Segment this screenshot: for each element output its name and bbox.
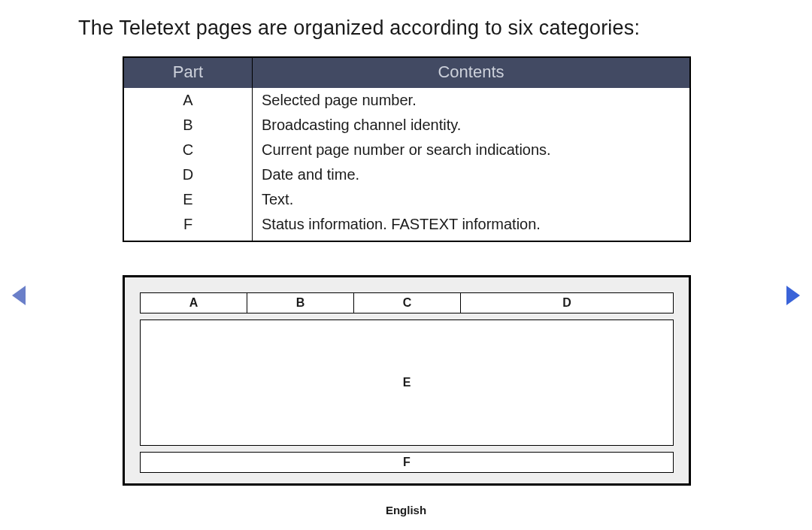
region-a: A [140, 292, 247, 313]
region-d: D [460, 292, 674, 313]
col-header-contents: Contents [253, 57, 691, 88]
cell-contents: Selected page number. [253, 88, 691, 113]
cell-contents: Text. [253, 187, 691, 212]
footer-language: English [0, 504, 812, 516]
cell-part: B [123, 113, 253, 138]
cell-contents: Status information. FASTEXT information. [253, 212, 691, 241]
region-f: F [140, 452, 674, 473]
cell-contents: Broadcasting channel identity. [253, 113, 691, 138]
table-row: C Current page number or search indicati… [123, 138, 690, 162]
table-row: A Selected page number. [123, 88, 690, 113]
diagram-top-row: A B C D [140, 292, 674, 313]
table-row: E Text. [123, 187, 690, 212]
diagram-bottom-row: F [140, 452, 674, 473]
table-row: B Broadcasting channel identity. [123, 113, 690, 138]
cell-part: F [123, 212, 253, 241]
region-b: B [247, 292, 353, 313]
cell-part: D [123, 162, 253, 187]
page-title: The Teletext pages are organized accordi… [78, 17, 640, 40]
table-header: Part Contents [123, 57, 690, 88]
region-c: C [353, 292, 460, 313]
cell-part: A [123, 88, 253, 113]
cell-contents: Current page number or search indication… [253, 138, 691, 162]
table-row: F Status information. FASTEXT informatio… [123, 212, 690, 241]
categories-table: Part Contents A Selected page number. B … [123, 56, 691, 242]
diagram-middle-row: E [140, 320, 674, 446]
prev-page-button[interactable] [12, 286, 26, 305]
cell-part: E [123, 187, 253, 212]
col-header-part: Part [123, 57, 253, 88]
cell-part: C [123, 138, 253, 162]
region-e: E [140, 320, 674, 446]
cell-contents: Date and time. [253, 162, 691, 187]
table-row: D Date and time. [123, 162, 690, 187]
next-page-button[interactable] [786, 286, 800, 305]
screen-layout-diagram: A B C D E F [123, 275, 691, 486]
